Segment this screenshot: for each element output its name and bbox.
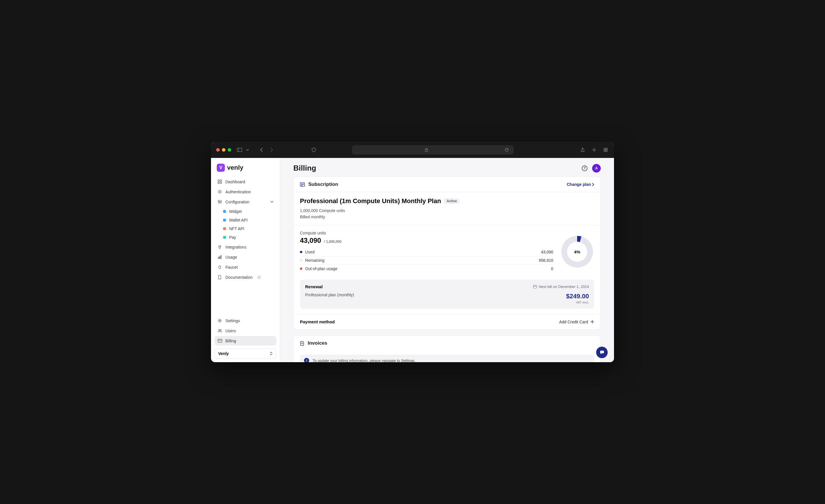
usage-row-label: Used	[305, 250, 315, 254]
svg-point-14	[219, 202, 220, 203]
billing-info-banner: i To update your billing information, pl…	[300, 355, 594, 362]
svg-rect-5	[604, 150, 605, 152]
sidebar-icon[interactable]	[236, 147, 243, 153]
plan-meta: 1,000,000 Compute units Billed monthly	[300, 208, 594, 220]
nav-label: Usage	[225, 255, 237, 259]
nav-sub-nft-api[interactable]: NFT API	[220, 224, 276, 233]
calendar-icon	[533, 285, 537, 288]
nav-label: Users	[225, 329, 236, 333]
svg-point-13	[218, 200, 219, 201]
usage-row-label: Remaining	[305, 258, 324, 263]
nav-sub-pay[interactable]: Pay	[220, 233, 276, 242]
org-name: Venly	[218, 351, 229, 356]
help-icon[interactable]: ?	[582, 165, 588, 171]
svg-rect-22	[218, 339, 222, 342]
window-controls	[216, 148, 231, 152]
fullscreen-window-button[interactable]	[228, 148, 231, 152]
add-credit-card-button[interactable]: Add Credit Card	[559, 320, 594, 324]
plug-icon	[217, 245, 222, 249]
primary-nav: Dashboard Authentication Configuration	[215, 177, 276, 282]
nav-forward-button[interactable]	[269, 147, 275, 153]
usage-row-label: Out-of-plan usage	[305, 266, 338, 271]
plan-name: Professional (1m Compute Units) Monthly …	[300, 197, 441, 205]
share-icon[interactable]	[580, 147, 586, 153]
svg-rect-10	[220, 182, 222, 183]
shield-icon[interactable]	[311, 147, 317, 153]
nav-documentation[interactable]: Documentation	[215, 272, 276, 282]
chevron-down-icon[interactable]	[244, 147, 251, 153]
renewal-amount: $249.00 VAT excl.	[566, 292, 589, 304]
nav-settings[interactable]: Settings	[215, 316, 276, 325]
nav-usage[interactable]: Usage	[215, 252, 276, 262]
usage-row-value: 0	[551, 266, 553, 271]
renewal-plan: Professional plan (monthly)	[305, 292, 354, 297]
gear-icon	[217, 318, 222, 323]
tabs-grid-icon[interactable]	[602, 147, 609, 153]
nav-integrations[interactable]: Integrations	[215, 242, 276, 252]
subscription-card: Subscription Change plan Professional (1…	[293, 177, 601, 330]
address-bar[interactable]	[352, 146, 514, 154]
sidebar-toggle-group	[236, 147, 251, 153]
chat-fab[interactable]	[596, 347, 608, 358]
usage-row-value: 956,910	[539, 258, 553, 263]
nav-label: Settings	[225, 319, 240, 323]
renewal-amount-value: $249.00	[566, 292, 589, 300]
document-icon	[217, 275, 222, 280]
avatar[interactable]: A	[592, 164, 601, 173]
nav-label: Pay	[229, 235, 236, 240]
svg-rect-7	[218, 180, 219, 181]
dot-icon	[300, 251, 302, 253]
change-plan-label: Change plan	[567, 182, 591, 187]
nav-sub-widget[interactable]: Widget	[220, 207, 276, 216]
org-selector[interactable]: Venly	[215, 348, 276, 359]
usage-quota-value: / 1,000,000	[324, 240, 342, 244]
change-plan-link[interactable]: Change plan	[567, 182, 594, 187]
svg-rect-18	[221, 255, 222, 259]
lock-icon	[423, 147, 430, 153]
new-tab-icon[interactable]	[591, 147, 597, 153]
nav-label: Billing	[225, 339, 236, 343]
page-header: Billing ? A	[293, 164, 601, 173]
nav-users[interactable]: Users	[215, 326, 276, 335]
svg-rect-9	[218, 182, 219, 183]
dot-icon	[300, 267, 302, 270]
nav-back-button[interactable]	[258, 147, 265, 153]
svg-point-12	[219, 191, 220, 192]
nav-label: Faucet	[225, 265, 238, 269]
nav-label: NFT API	[229, 226, 244, 231]
subscription-icon	[300, 182, 305, 187]
nav-dashboard[interactable]: Dashboard	[215, 177, 276, 186]
usage-amount: 43,090 / 1,000,000	[300, 237, 553, 245]
nav-configuration[interactable]: Configuration	[215, 197, 276, 206]
usage-percent: 4%	[567, 242, 587, 262]
invoice-icon	[300, 341, 304, 346]
nav-billing[interactable]: Billing	[215, 336, 276, 345]
nav-sub-wallet-api[interactable]: Wallet API	[220, 216, 276, 224]
banner-pre-text: To update your billing information, plea…	[313, 358, 401, 362]
subscription-title: Subscription	[308, 181, 338, 187]
svg-point-19	[219, 320, 221, 321]
svg-rect-4	[606, 148, 607, 150]
nav-label: Authentication	[225, 189, 251, 194]
nav-label: Documentation	[225, 275, 252, 280]
main-content: Billing ? A Subscription Change p	[280, 158, 614, 362]
nav-faucet[interactable]: Faucet	[215, 262, 276, 272]
updown-icon	[270, 351, 273, 355]
nav-authentication[interactable]: Authentication	[215, 187, 276, 196]
sidebar: V venly Dashboard Authentication	[211, 158, 280, 362]
plan-status-badge: Active	[444, 198, 459, 204]
banner-settings-link[interactable]: Settings.	[401, 358, 416, 362]
svg-rect-8	[220, 180, 222, 181]
invoices-title: Invoices	[308, 340, 327, 346]
minimize-window-button[interactable]	[222, 148, 225, 152]
svg-point-21	[220, 329, 221, 331]
brand-badge: V	[217, 164, 225, 172]
svg-rect-17	[219, 256, 220, 259]
nav-label: Widget	[229, 209, 242, 214]
brand[interactable]: V venly	[215, 163, 276, 177]
banner-text: To update your billing information, plea…	[313, 358, 416, 362]
close-window-button[interactable]	[216, 148, 220, 152]
renewal-vat-note: VAT excl.	[566, 301, 589, 304]
payment-method-title: Payment method	[300, 319, 335, 324]
reload-icon[interactable]	[504, 147, 510, 153]
